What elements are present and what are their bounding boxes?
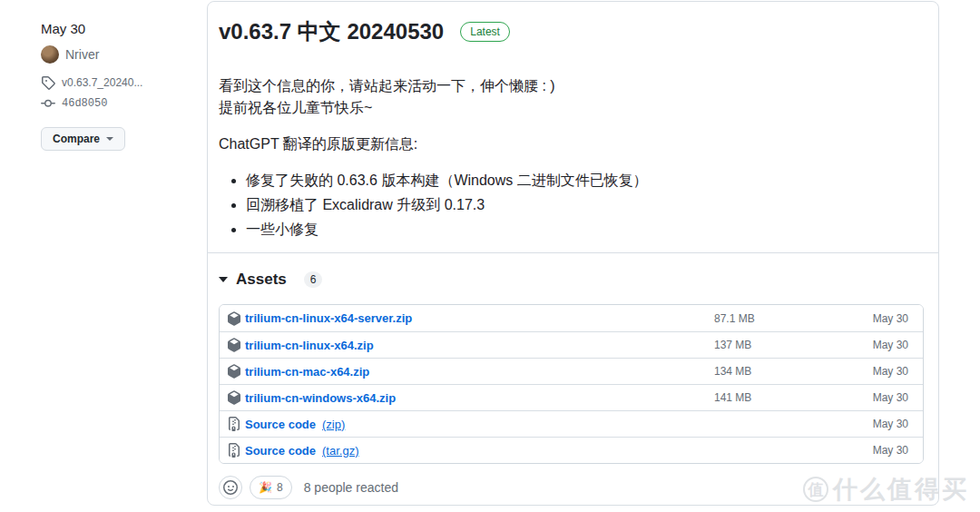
assets-toggle[interactable]: Assets 6 xyxy=(219,271,322,289)
tada-reaction-pill[interactable]: 🎉 8 xyxy=(250,476,292,499)
asset-date: May 30 xyxy=(845,418,908,430)
author-name[interactable]: Nriver xyxy=(65,47,99,62)
collapse-caret-icon xyxy=(219,277,228,282)
tag-icon xyxy=(41,75,55,90)
intro-line-2: 提前祝各位儿童节快乐~ xyxy=(219,100,372,115)
reactions-bar: 🎉 8 8 people reacted xyxy=(219,476,924,499)
assets-table: trilium-cn-linux-x64-server.zip 87.1 MB … xyxy=(219,304,924,464)
intro-line-1: 看到这个信息的你，请站起来活动一下，伸个懒腰 : ) xyxy=(219,78,555,94)
changelog-item: 一些小修复 xyxy=(246,219,924,241)
file-zip-icon xyxy=(227,443,241,458)
asset-row: trilium-cn-windows-x64.zip 141 MB May 30 xyxy=(220,384,923,410)
dropdown-caret-icon xyxy=(106,137,113,141)
file-zip-icon xyxy=(227,417,241,431)
source-code-link[interactable]: Source code xyxy=(245,418,316,431)
assets-count-badge: 6 xyxy=(304,271,323,288)
changelog-list: 修复了失败的 0.63.6 版本构建（Windows 二进制文件已恢复） 回溯移… xyxy=(219,170,924,241)
reaction-count: 8 xyxy=(277,481,283,494)
source-code-format[interactable]: (zip) xyxy=(322,418,345,431)
release-intro-paragraph: 看到这个信息的你，请站起来活动一下，伸个懒腰 : ) 提前祝各位儿童节快乐~ xyxy=(219,75,924,119)
asset-date: May 30 xyxy=(845,312,908,325)
assets-heading: Assets xyxy=(236,271,287,289)
source-code-link[interactable]: Source code xyxy=(245,444,316,458)
tag-name[interactable]: v0.63.7_20240... xyxy=(62,76,142,89)
release-date: May 30 xyxy=(41,21,200,36)
avatar[interactable] xyxy=(41,45,59,64)
release-page: May 30 Nriver v0.63.7_20240... 46d8050 C… xyxy=(0,0,980,512)
asset-date: May 30 xyxy=(845,339,908,351)
package-icon xyxy=(227,364,241,379)
commit-row[interactable]: 46d8050 xyxy=(41,96,200,111)
release-card-body: v0.63.7 中文 20240530 Latest 看到这个信息的你，请站起来… xyxy=(208,2,938,241)
asset-row: trilium-cn-mac-x64.zip 134 MB May 30 xyxy=(220,358,923,384)
compare-button[interactable]: Compare xyxy=(41,127,125,151)
changelog-item: 修复了失败的 0.63.6 版本构建（Windows 二进制文件已恢复） xyxy=(246,170,924,192)
package-icon xyxy=(227,390,241,405)
asset-row: Source code (tar.gz) May 30 xyxy=(220,437,923,463)
latest-badge: Latest xyxy=(460,22,510,42)
asset-size: 134 MB xyxy=(714,365,845,378)
add-reaction-button[interactable] xyxy=(219,476,242,499)
tada-emoji: 🎉 xyxy=(259,482,272,493)
asset-size: 141 MB xyxy=(714,391,845,404)
asset-date: May 30 xyxy=(845,444,908,457)
compare-button-label: Compare xyxy=(53,133,100,145)
asset-size: 87.1 MB xyxy=(714,312,845,325)
asset-size: 137 MB xyxy=(714,339,845,351)
asset-row: trilium-cn-linux-x64-server.zip 87.1 MB … xyxy=(220,305,923,331)
release-title-row: v0.63.7 中文 20240530 Latest xyxy=(219,18,924,45)
release-notes: 看到这个信息的你，请站起来活动一下，伸个懒腰 : ) 提前祝各位儿童节快乐~ C… xyxy=(219,75,924,241)
changelog-item: 回溯移植了 Excalidraw 升级到 0.17.3 xyxy=(246,194,924,217)
release-title: v0.63.7 中文 20240530 xyxy=(219,18,444,45)
commit-sha[interactable]: 46d8050 xyxy=(62,97,107,110)
reaction-summary: 8 people reacted xyxy=(304,480,398,495)
asset-link[interactable]: trilium-cn-linux-x64.zip xyxy=(245,339,374,352)
asset-date: May 30 xyxy=(845,391,908,404)
asset-date: May 30 xyxy=(845,365,908,378)
smiley-icon xyxy=(223,480,238,495)
tag-row[interactable]: v0.63.7_20240... xyxy=(41,75,200,90)
asset-row: Source code (zip) May 30 xyxy=(220,410,923,437)
asset-row: trilium-cn-linux-x64.zip 137 MB May 30 xyxy=(220,331,923,358)
source-code-format[interactable]: (tar.gz) xyxy=(322,444,358,458)
asset-link[interactable]: trilium-cn-windows-x64.zip xyxy=(245,391,396,405)
asset-link[interactable]: trilium-cn-linux-x64-server.zip xyxy=(245,311,412,325)
package-icon xyxy=(227,311,241,326)
assets-section: Assets 6 trilium-cn-linux-x64-server.zip… xyxy=(208,252,938,505)
release-card: v0.63.7 中文 20240530 Latest 看到这个信息的你，请站起来… xyxy=(207,1,939,506)
package-icon xyxy=(227,338,241,352)
git-commit-icon xyxy=(41,96,55,111)
asset-link[interactable]: trilium-cn-mac-x64.zip xyxy=(245,365,369,379)
notes-heading: ChatGPT 翻译的原版更新信息: xyxy=(219,133,924,155)
release-sidebar: May 30 Nriver v0.63.7_20240... 46d8050 C… xyxy=(41,21,200,151)
author-row[interactable]: Nriver xyxy=(41,45,200,64)
